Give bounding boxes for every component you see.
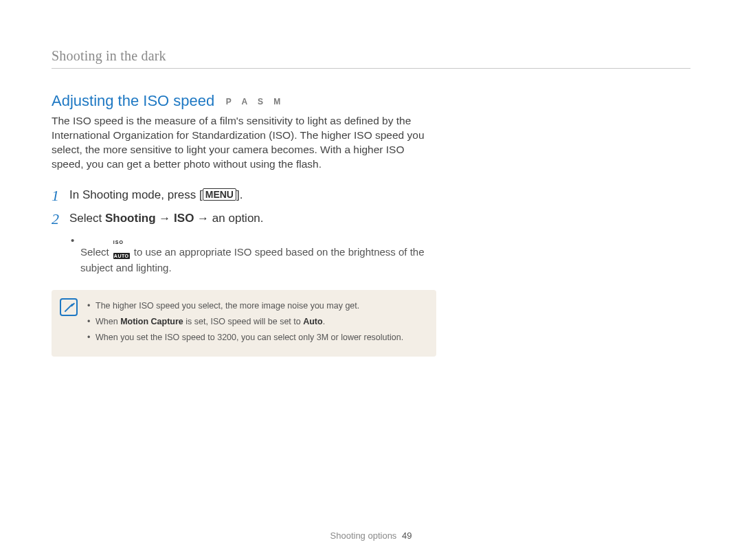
- menu-button-icon: MENU: [203, 188, 236, 201]
- step-2-select: Select: [69, 212, 105, 225]
- heading-row: Adjusting the ISO speed P A S M: [52, 92, 436, 110]
- step-2-arrow: →: [194, 212, 212, 225]
- page: Shooting in the dark Adjusting the ISO s…: [0, 0, 742, 560]
- step-number: 2: [52, 210, 63, 227]
- note-icon: [60, 298, 78, 316]
- step-2-shooting: Shooting: [105, 212, 156, 225]
- step-2-tail: an option.: [212, 212, 264, 225]
- mode-indicators: P A S M: [226, 97, 285, 107]
- footer-section: Shooting options: [330, 530, 397, 541]
- iso-auto-icon-bottom: AUTO: [113, 253, 130, 259]
- note-2-mid: is set, ISO speed will be set to: [183, 317, 303, 326]
- step-1: 1 In Shooting mode, press [MENU].: [52, 187, 436, 203]
- step-2: 2 Select Shooting → ISO → an option.: [52, 210, 436, 227]
- breadcrumb: Shooting in the dark: [52, 48, 690, 64]
- sub-bullet-pre: Select: [80, 246, 112, 258]
- divider: [52, 68, 690, 69]
- note-2-motion-capture: Motion Capture: [120, 317, 183, 326]
- iso-auto-icon: ISOAUTO: [113, 234, 130, 262]
- note-list: The higher ISO speed you select, the mor…: [87, 300, 424, 344]
- step-number: 1: [52, 187, 63, 203]
- page-footer: Shooting options 49: [0, 530, 742, 541]
- step-1-pre: In Shooting mode, press [: [69, 188, 203, 201]
- note-2-post: .: [323, 317, 325, 326]
- steps-list: 1 In Shooting mode, press [MENU]. 2 Sele…: [52, 187, 436, 276]
- note-item: When you set the ISO speed to 3200, you …: [87, 331, 424, 344]
- sub-bullet: Select ISOAUTO to use an appropriate ISO…: [71, 234, 436, 276]
- step-2-subbullets: Select ISOAUTO to use an appropriate ISO…: [71, 234, 436, 276]
- step-2-iso: ISO: [174, 212, 194, 225]
- step-text: Select Shooting → ISO → an option.: [69, 210, 264, 227]
- note-box: The higher ISO speed you select, the mor…: [52, 290, 436, 356]
- intro-paragraph: The ISO speed is the measure of a film's…: [52, 114, 436, 172]
- iso-auto-icon-top: ISO: [113, 240, 124, 245]
- main-content: Adjusting the ISO speed P A S M The ISO …: [52, 92, 436, 357]
- section-heading: Adjusting the ISO speed: [52, 92, 214, 110]
- step-1-post: ].: [236, 188, 243, 201]
- note-2-auto: Auto: [303, 317, 322, 326]
- note-2-pre: When: [95, 317, 120, 326]
- step-text: In Shooting mode, press [MENU].: [69, 187, 243, 203]
- step-2-arrow: →: [156, 212, 174, 225]
- sub-bullet-post: to use an appropriate ISO speed based on…: [80, 246, 425, 273]
- page-number: 49: [402, 530, 412, 541]
- note-item: When Motion Capture is set, ISO speed wi…: [87, 315, 424, 328]
- note-item: The higher ISO speed you select, the mor…: [87, 300, 424, 313]
